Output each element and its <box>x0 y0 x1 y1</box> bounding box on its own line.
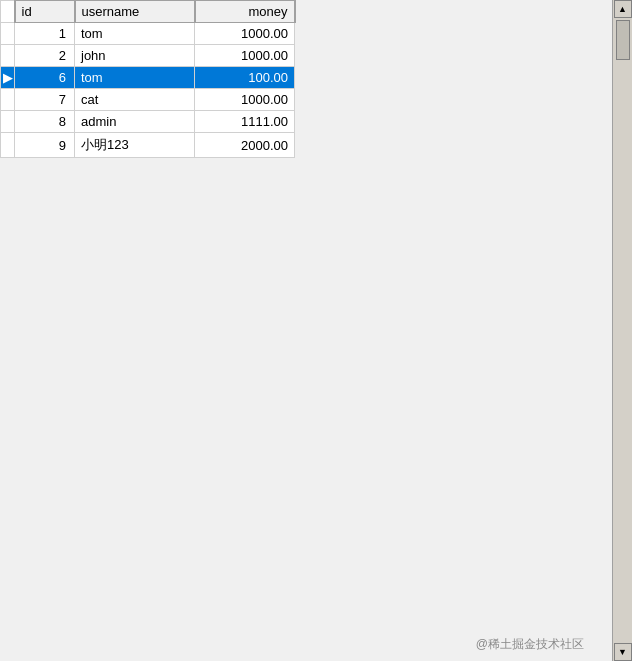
watermark: @稀土掘金技术社区 <box>476 636 584 653</box>
table-row[interactable]: 9小明1232000.00 <box>1 133 295 158</box>
data-table: id username money 1tom1000.002john1000.0… <box>0 0 296 158</box>
row-indicator-cell: ▶ <box>1 67 15 89</box>
row-indicator-cell <box>1 23 15 45</box>
row-indicator-cell <box>1 133 15 158</box>
scroll-up-icon: ▲ <box>618 4 627 14</box>
username-cell: tom <box>75 67 195 89</box>
money-cell: 2000.00 <box>195 133 295 158</box>
money-column-header: money <box>195 1 295 23</box>
scroll-down-button[interactable]: ▼ <box>614 643 632 661</box>
id-cell: 6 <box>15 67 75 89</box>
money-cell: 100.00 <box>195 67 295 89</box>
username-cell: john <box>75 45 195 67</box>
indicator-header <box>1 1 15 23</box>
row-arrow-icon: ▶ <box>3 70 13 85</box>
money-cell: 1000.00 <box>195 23 295 45</box>
main-area: id username money 1tom1000.002john1000.0… <box>0 0 612 661</box>
table-row[interactable]: 2john1000.00 <box>1 45 295 67</box>
money-cell: 1000.00 <box>195 45 295 67</box>
scrollbar-thumb[interactable] <box>616 20 630 60</box>
table-container: id username money 1tom1000.002john1000.0… <box>0 0 612 661</box>
username-column-header: username <box>75 1 195 23</box>
id-cell: 8 <box>15 111 75 133</box>
id-cell: 2 <box>15 45 75 67</box>
money-cell: 1111.00 <box>195 111 295 133</box>
table-row[interactable]: 1tom1000.00 <box>1 23 295 45</box>
username-cell: tom <box>75 23 195 45</box>
row-indicator-cell <box>1 45 15 67</box>
row-indicator-cell <box>1 111 15 133</box>
username-cell: 小明123 <box>75 133 195 158</box>
table-row[interactable]: ▶6tom100.00 <box>1 67 295 89</box>
username-cell: cat <box>75 89 195 111</box>
table-row[interactable]: 7cat1000.00 <box>1 89 295 111</box>
scroll-down-icon: ▼ <box>618 647 627 657</box>
money-cell: 1000.00 <box>195 89 295 111</box>
table-row[interactable]: 8admin1111.00 <box>1 111 295 133</box>
scrollbar[interactable]: ▲ ▼ <box>612 0 632 661</box>
username-cell: admin <box>75 111 195 133</box>
table-header: id username money <box>1 1 295 23</box>
table-body: 1tom1000.002john1000.00▶6tom100.007cat10… <box>1 23 295 158</box>
id-column-header: id <box>15 1 75 23</box>
scrollbar-track-area[interactable] <box>614 18 632 643</box>
id-cell: 9 <box>15 133 75 158</box>
row-indicator-cell <box>1 89 15 111</box>
scroll-up-button[interactable]: ▲ <box>614 0 632 18</box>
id-cell: 1 <box>15 23 75 45</box>
id-cell: 7 <box>15 89 75 111</box>
